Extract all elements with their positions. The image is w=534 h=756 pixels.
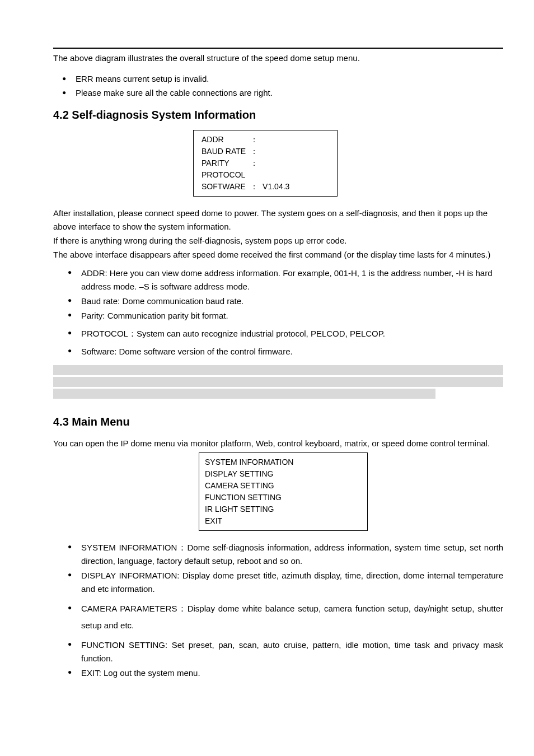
list-item: Please make sure all the cable connectio…	[65, 87, 503, 100]
intro-text: The above diagram illustrates the overal…	[53, 52, 503, 65]
panel-sep: ：	[248, 157, 260, 169]
panel-value	[260, 146, 292, 157]
redacted-bar	[53, 377, 503, 387]
self-diagnosis-panel: ADDR ： BAUD RATE ： PARITY ： PROTOCOL SOF…	[193, 130, 338, 197]
paragraph: The above interface disappears after spe…	[53, 248, 503, 262]
panel-value	[260, 134, 292, 146]
panel-row: BAUD RATE ：	[199, 146, 292, 157]
panel-label: PARITY	[199, 157, 248, 169]
panel-row: ADDR ：	[199, 134, 292, 146]
panel-sep	[248, 169, 260, 181]
section-4-2-body: After installation, please connect speed…	[53, 207, 503, 262]
list-item: SYSTEM INFORMATION：Dome self-diagnosis i…	[71, 541, 503, 568]
list-item: Baud rate: Dome communication baud rate.	[71, 295, 503, 308]
menu-item: EXIT	[205, 515, 362, 527]
section-4-3-body: You can open the IP dome menu via monito…	[53, 437, 503, 451]
redacted-bar	[53, 365, 503, 375]
redacted-bars	[53, 365, 503, 399]
panel-label: SOFTWARE	[199, 181, 248, 193]
section-4-2-heading: 4.2 Self-diagnosis System Information	[53, 106, 503, 123]
panel-sep: ：	[248, 146, 260, 157]
panel-label: ADDR	[199, 134, 248, 146]
paragraph: If there is anything wrong during the se…	[53, 234, 503, 248]
panel-label: BAUD RATE	[199, 146, 248, 157]
menu-item: CAMERA SETTING	[205, 480, 362, 492]
panel-sep: ：	[248, 134, 260, 146]
list-item: PROTOCOL：System can auto recognize indus…	[71, 327, 503, 340]
panel-sep: ：	[248, 181, 260, 193]
list-item: ERR means current setup is invalid.	[65, 73, 503, 86]
panel-value	[260, 157, 292, 169]
section-4-3-bullets: SYSTEM INFORMATION：Dome self-diagnosis i…	[53, 541, 503, 680]
list-item: ADDR: Here you can view dome address inf…	[71, 267, 503, 293]
list-item: DISPLAY INFORMATION: Display dome preset…	[71, 569, 503, 596]
panel-value	[260, 169, 292, 181]
menu-item: FUNCTION SETTING	[205, 492, 362, 503]
panel-row: PROTOCOL	[199, 169, 292, 181]
section-4-3-heading: 4.3 Main Menu	[53, 413, 503, 430]
panel-value: V1.04.3	[260, 181, 292, 193]
main-menu-panel: SYSTEM INFORMATION DISPLAY SETTING CAMER…	[199, 452, 368, 531]
list-item: FUNCTION SETTING: Set preset, pan, scan,…	[71, 638, 503, 665]
list-item: Parity: Communication parity bit format.	[71, 309, 503, 323]
list-item: EXIT: Log out the system menu.	[71, 666, 503, 680]
menu-item: SYSTEM INFORMATION	[205, 456, 362, 468]
panel-row: SOFTWARE ： V1.04.3	[199, 181, 292, 193]
section-4-2-bullets: ADDR: Here you can view dome address inf…	[53, 267, 503, 358]
panel-label: PROTOCOL	[199, 169, 248, 181]
top-bullet-list: ERR means current setup is invalid. Plea…	[53, 73, 503, 100]
menu-item: DISPLAY SETTING	[205, 468, 362, 480]
list-item: Software: Dome software version of the c…	[71, 345, 503, 358]
paragraph: After installation, please connect speed…	[53, 207, 503, 235]
paragraph: You can open the IP dome menu via monito…	[53, 437, 503, 451]
horizontal-rule	[53, 48, 503, 49]
list-item: CAMERA PARAMETERS：Display dome white bal…	[71, 600, 503, 634]
redacted-bar	[53, 389, 435, 399]
menu-item: IR LIGHT SETTING	[205, 503, 362, 515]
panel-row: PARITY ：	[199, 157, 292, 169]
